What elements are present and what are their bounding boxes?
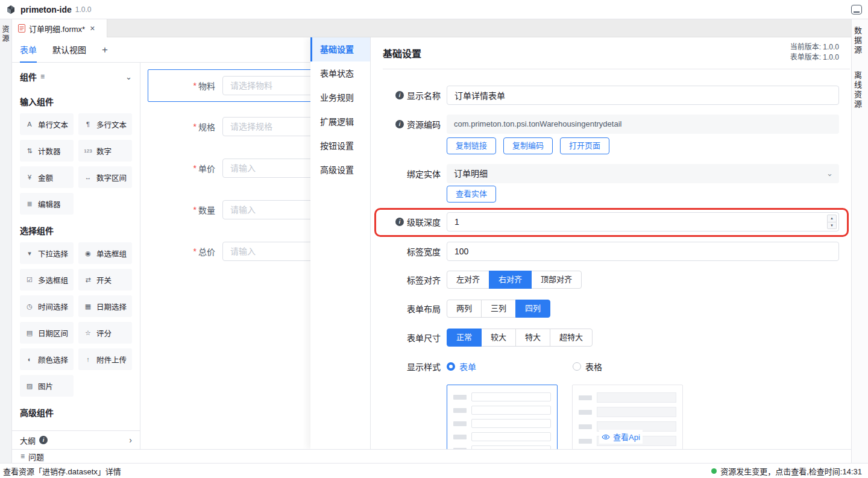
style-table-radio[interactable]: 表格	[573, 360, 602, 373]
component-color-picker[interactable]: ◐ 颜色选择	[20, 348, 74, 370]
component-date-picker[interactable]: ▦ 日期选择	[78, 295, 132, 317]
form-style-preview-card[interactable]	[447, 385, 558, 449]
three-column-option[interactable]: 三列	[481, 300, 516, 318]
info-icon[interactable]: i	[395, 120, 404, 128]
window-layout-icon[interactable]	[851, 5, 862, 14]
display-style-label: 显示样式	[407, 360, 441, 373]
status-left-text[interactable]: 查看资源「进销存.datasetx」详情	[3, 465, 121, 477]
resource-code-actions: 复制链接 复制编码 打开页面	[447, 137, 839, 154]
four-column-option[interactable]: 四列	[515, 300, 550, 318]
tab-form[interactable]: 表单	[20, 37, 37, 63]
copy-code-button[interactable]: 复制编码	[503, 137, 553, 154]
resource-code-label: 资源编码	[407, 118, 441, 130]
align-right-option[interactable]: 右对齐	[489, 271, 532, 289]
table-style-preview-card[interactable]: 查看Api	[572, 385, 683, 449]
info-icon[interactable]: i	[395, 218, 404, 226]
size-large-option[interactable]: 较大	[481, 329, 516, 347]
tab-default-view[interactable]: 默认视图	[52, 37, 86, 63]
bind-entity-row: 绑定实体 订单明细 ⌄	[383, 164, 839, 183]
component-date-range[interactable]: ▤ 日期区间	[20, 322, 74, 344]
info-icon[interactable]: i	[395, 91, 404, 99]
label-align-group: 左对齐 右对齐 顶部对齐	[447, 271, 582, 289]
size-xlarge-option[interactable]: 特大	[515, 329, 550, 347]
nav-business-rules[interactable]: 业务规则	[310, 86, 370, 110]
outline-bar[interactable]: 大纲 i ›	[12, 430, 140, 449]
component-number[interactable]: 123 数字	[78, 140, 132, 162]
copy-link-button[interactable]: 复制链接	[447, 137, 496, 154]
align-top-option[interactable]: 顶部对齐	[531, 271, 582, 289]
cascade-depth-label: 级联深度	[407, 216, 441, 228]
style-form-radio[interactable]: 表单	[447, 360, 476, 373]
close-tab-icon[interactable]: ×	[90, 24, 95, 33]
nav-form-state[interactable]: 表单状态	[310, 61, 370, 86]
component-image[interactable]: ▨ 图片	[20, 375, 74, 397]
label-align-row: 标签对齐 左对齐 右对齐 顶部对齐	[383, 271, 839, 289]
component-label: 数字区间	[96, 172, 127, 183]
bind-entity-select[interactable]: 订单明细 ⌄	[447, 164, 839, 183]
form-layout-group: 两列 三列 四列	[447, 300, 550, 318]
open-page-button[interactable]: 打开页面	[560, 137, 609, 154]
resource-changed-dot-icon	[711, 468, 717, 474]
view-entity-button[interactable]: 查看实体	[447, 186, 496, 203]
component-switch[interactable]: ⇄ 开关	[78, 269, 132, 291]
form-size-group: 正常 较大 特大 超特大	[447, 329, 593, 347]
two-column-option[interactable]: 两列	[447, 300, 482, 318]
component-sidebar: 组件 ≡ ⌄ 输入组件 A 单行文本 ¶ 多行文本 ⇅ 计数器	[12, 63, 140, 449]
component-counter[interactable]: ⇅ 计数器	[20, 140, 74, 162]
view-api-link[interactable]: 查看Api	[599, 430, 643, 444]
input-components-grid: A 单行文本 ¶ 多行文本 ⇅ 计数器 123 数字 ¥ 金额	[20, 113, 132, 215]
component-single-line-text[interactable]: A 单行文本	[20, 113, 74, 135]
component-time-picker[interactable]: ◷ 时间选择	[20, 295, 74, 317]
label-width-input[interactable]	[447, 242, 839, 261]
component-dropdown-select[interactable]: ▾ 下拉选择	[20, 242, 74, 264]
component-number-range[interactable]: ↔ 数字区间	[78, 166, 132, 188]
chevron-right-icon[interactable]: ›	[129, 435, 132, 445]
component-radio-group[interactable]: ◉ 单选框组	[78, 242, 132, 264]
current-version: 当前版本: 1.0.0	[790, 42, 839, 52]
align-left-option[interactable]: 左对齐	[447, 271, 489, 289]
select-components-grid: ▾ 下拉选择 ◉ 单选框组 ☑ 多选框组 ⇄ 开关 ◷ 时间选择	[20, 242, 132, 397]
display-name-input[interactable]	[447, 86, 839, 105]
component-money[interactable]: ¥ 金额	[20, 166, 74, 188]
nav-advanced-settings[interactable]: 高级设置	[310, 158, 370, 182]
component-label: 时间选择	[38, 301, 68, 312]
file-tab[interactable]: 订单明细.formx* ×	[12, 19, 107, 37]
spin-up-icon[interactable]: ▲	[827, 215, 837, 222]
right-panel-strip: 数据源 离线资源	[851, 19, 868, 463]
offline-resources-strip-tab[interactable]: 离线资源	[852, 71, 868, 110]
resources-strip-tab[interactable]: 资源	[0, 25, 11, 43]
component-attachment-upload[interactable]: ↑ 附件上传	[78, 348, 132, 370]
component-editor[interactable]: ≣ 编辑器	[20, 193, 74, 215]
component-label: 附件上传	[96, 354, 127, 365]
add-view-button[interactable]: +	[102, 44, 108, 56]
size-normal-option[interactable]: 正常	[447, 329, 482, 347]
title-bar: primeton-ide 1.0.0	[0, 0, 868, 19]
component-rating[interactable]: ☆ 评分	[78, 322, 132, 344]
chevron-down-icon[interactable]: ⌄	[125, 72, 132, 81]
money-icon: ¥	[25, 174, 34, 181]
settings-nav: 基础设置 表单状态 业务规则 扩展逻辑 按钮设置 高级设置	[310, 37, 371, 449]
status-right-text: 资源发生变更，点击查看,检查时间:14:31	[720, 465, 862, 477]
label-align-label: 标签对齐	[407, 274, 441, 286]
form-size-label: 表单尺寸	[407, 332, 441, 344]
component-label: 评分	[96, 327, 112, 339]
size-xxlarge-option[interactable]: 超特大	[550, 329, 593, 347]
component-label: 日期区间	[38, 327, 68, 339]
nav-extended-logic[interactable]: 扩展逻辑	[310, 110, 370, 134]
advanced-components-title: 高级组件	[20, 406, 132, 418]
nav-button-settings[interactable]: 按钮设置	[310, 134, 370, 158]
problems-bar[interactable]: ≡ 问题	[12, 449, 851, 463]
spin-down-icon[interactable]: ▼	[827, 222, 837, 230]
datasource-strip-tab[interactable]: 数据源	[852, 27, 868, 55]
component-checkbox-group[interactable]: ☑ 多选框组	[20, 269, 74, 291]
bind-entity-label: 绑定实体	[407, 168, 441, 180]
components-header[interactable]: 组件 ≡ ⌄	[20, 68, 132, 86]
version-info: 当前版本: 1.0.0 表单版本: 1.0.0	[790, 42, 839, 63]
nav-basic-settings[interactable]: 基础设置	[310, 37, 370, 61]
status-right[interactable]: 资源发生变更，点击查看,检查时间:14:31	[711, 465, 862, 477]
component-multi-line-text[interactable]: ¶ 多行文本	[78, 113, 132, 135]
component-label: 编辑器	[38, 198, 61, 210]
required-asterisk: *	[193, 163, 197, 173]
cascade-depth-input[interactable]	[447, 212, 839, 231]
problems-list-icon: ≡	[20, 452, 25, 461]
